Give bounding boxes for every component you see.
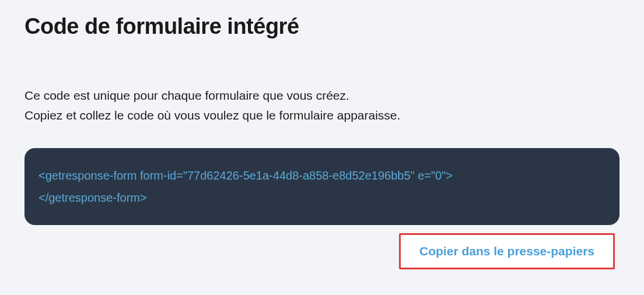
code-content: <getresponse-form form-id="77d62426-5e1a… <box>38 164 606 209</box>
page-title: Code de formulaire intégré <box>24 14 620 39</box>
code-close-tag: </getresponse-form> <box>38 187 606 209</box>
description-line-1: Ce code est unique pour chaque formulair… <box>24 86 620 106</box>
button-row: Copier dans le presse-papiers <box>24 233 620 269</box>
description-block: Ce code est unique pour chaque formulair… <box>24 86 620 125</box>
description-line-2: Copiez et collez le code où vous voulez … <box>24 106 620 125</box>
embed-code-block: <getresponse-form form-id="77d62426-5e1a… <box>24 148 620 225</box>
code-open-tag: <getresponse-form form-id="77d62426-5e1a… <box>38 164 606 187</box>
copy-to-clipboard-button[interactable]: Copier dans le presse-papiers <box>399 233 615 269</box>
